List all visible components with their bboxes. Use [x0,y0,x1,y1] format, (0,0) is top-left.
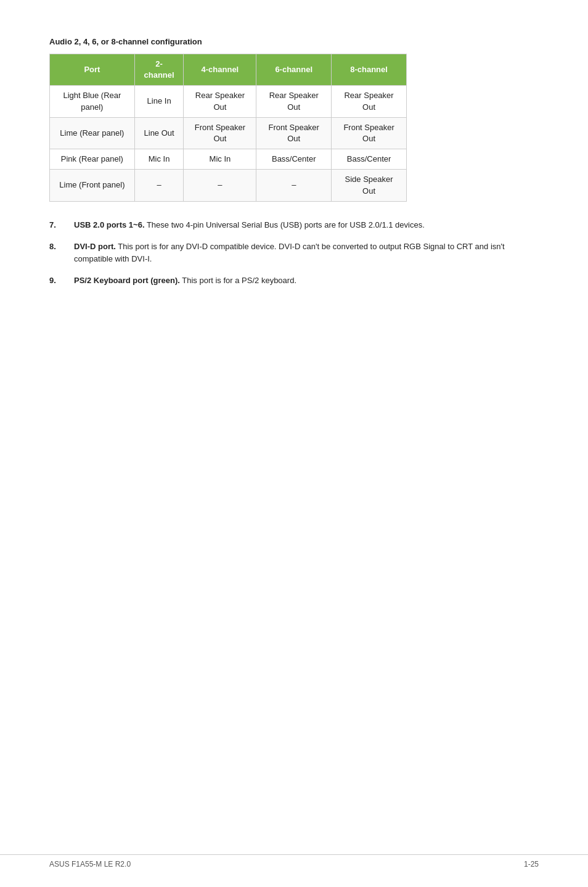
table-cell: Rear Speaker Out [256,86,332,117]
table-cell: – [256,170,332,201]
table-cell: Side Speaker Out [332,170,407,201]
col-header-2ch: 2-channel [134,54,184,86]
table-cell: Mic In [134,149,184,170]
section-title: Audio 2, 4, 6, or 8-channel configuratio… [49,37,539,46]
col-header-8ch: 8-channel [332,54,407,86]
table-cell: Bass/Center [256,149,332,170]
table-cell: – [184,170,256,201]
table-row: Lime (Rear panel)Line OutFront Speaker O… [50,117,407,149]
audio-channel-table: Port 2-channel 4-channel 6-channel 8-cha… [49,54,407,202]
col-header-port: Port [50,54,135,86]
table-row: Pink (Rear panel)Mic InMic InBass/Center… [50,149,407,170]
list-item: 7.USB 2.0 ports 1~6. These two 4-pin Uni… [49,219,539,231]
list-item: 8.DVI-D port. This port is for any DVI-D… [49,241,539,265]
table-cell: Mic In [184,149,256,170]
table-cell: Lime (Rear panel) [50,117,135,149]
table-cell: Line In [134,86,184,117]
col-header-6ch: 6-channel [256,54,332,86]
item-text: USB 2.0 ports 1~6. These two 4-pin Unive… [74,219,539,231]
table-cell: Lime (Front panel) [50,170,135,201]
table-cell: Bass/Center [332,149,407,170]
table-cell: Line Out [134,117,184,149]
item-number: 7. [49,219,74,231]
col-header-4ch: 4-channel [184,54,256,86]
table-cell: Pink (Rear panel) [50,149,135,170]
item-bold-term: PS/2 Keyboard port (green). [74,276,180,285]
item-number: 8. [49,241,74,265]
item-text: DVI-D port. This port is for any DVI-D c… [74,241,539,265]
item-text: PS/2 Keyboard port (green). This port is… [74,274,539,287]
numbered-items-list: 7.USB 2.0 ports 1~6. These two 4-pin Uni… [49,219,539,287]
item-bold-term: DVI-D port. [74,242,116,251]
footer-left: ASUS F1A55-M LE R2.0 [49,860,131,868]
list-item: 9.PS/2 Keyboard port (green). This port … [49,274,539,287]
table-cell: Light Blue (Rear panel) [50,86,135,117]
table-cell: Front Speaker Out [332,117,407,149]
table-cell: Rear Speaker Out [184,86,256,117]
table-row: Light Blue (Rear panel)Line InRear Speak… [50,86,407,117]
table-cell: Front Speaker Out [184,117,256,149]
table-row: Lime (Front panel)–––Side Speaker Out [50,170,407,201]
page-footer: ASUS F1A55-M LE R2.0 1-25 [0,854,588,868]
table-cell: – [134,170,184,201]
item-bold-term: USB 2.0 ports 1~6. [74,220,145,229]
table-cell: Rear Speaker Out [332,86,407,117]
table-cell: Front Speaker Out [256,117,332,149]
footer-right: 1-25 [524,860,539,868]
item-number: 9. [49,274,74,287]
